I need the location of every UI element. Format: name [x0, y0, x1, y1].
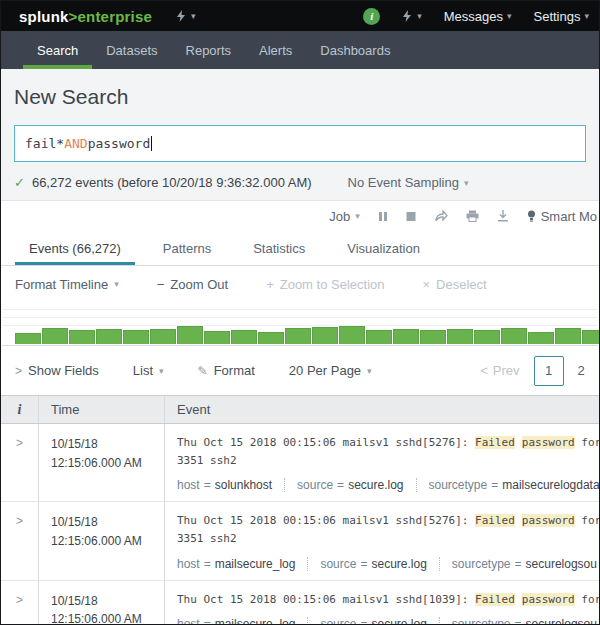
equals-sign: = — [360, 557, 367, 571]
event-sampling-menu[interactable]: No Event Sampling ▾ — [348, 175, 469, 190]
field-value[interactable]: solunkhost — [215, 478, 272, 492]
timeline-bar[interactable] — [393, 329, 419, 344]
timeline-bar[interactable] — [285, 328, 311, 344]
field-value[interactable]: secure.log — [371, 617, 426, 625]
timeline-bar[interactable] — [582, 330, 600, 344]
event-text: for inv — [575, 514, 599, 527]
field-label: host — [177, 557, 200, 571]
expand-chevron-icon[interactable]: > — [16, 514, 23, 528]
field-value[interactable]: mailsecure_log — [215, 557, 296, 571]
tab-statistics[interactable]: Statistics — [239, 231, 319, 265]
field-value[interactable]: securelogsou — [526, 617, 597, 625]
stop-button[interactable] — [406, 211, 416, 222]
activity-menu[interactable]: ▾ — [176, 10, 196, 22]
tab-label: Events (66,272) — [29, 241, 121, 256]
nav-label: Alerts — [259, 43, 292, 58]
timeline-bar[interactable] — [528, 332, 554, 344]
timeline-bar[interactable] — [150, 329, 176, 344]
nav-item-dashboards[interactable]: Dashboards — [306, 31, 404, 69]
timeline-bar[interactable] — [177, 326, 203, 344]
tab-events[interactable]: Events (66,272) — [15, 231, 135, 265]
expand-chevron-icon[interactable]: > — [16, 593, 23, 607]
logo-enterprise-text: enterprise — [78, 8, 153, 25]
pause-button[interactable] — [378, 211, 388, 222]
caret-down-icon: ▾ — [191, 11, 196, 21]
activity-button[interactable]: ▾ — [402, 10, 422, 22]
field-host: host=mailsecure_log — [177, 557, 295, 571]
timeline-bar[interactable] — [312, 327, 338, 344]
timeline-bar[interactable] — [42, 328, 68, 344]
timeline-bar[interactable] — [339, 326, 365, 344]
field-value[interactable]: securelogsou — [526, 557, 597, 571]
search-mode-menu[interactable]: Smart Mo — [527, 209, 597, 224]
event-time: 10/15/18 12:15:06.000 AM — [39, 424, 165, 501]
field-value[interactable]: secure.log — [348, 478, 403, 492]
caret-down-icon: ▾ — [367, 366, 372, 376]
tab-patterns[interactable]: Patterns — [149, 231, 225, 265]
event-raw-text: 3351 ssh2 — [177, 530, 599, 548]
field-value[interactable]: mailsecurelogdata — [502, 478, 599, 492]
help-button[interactable]: i — [363, 8, 380, 25]
timeline-bar[interactable] — [366, 330, 392, 344]
timeline-bar[interactable] — [501, 328, 527, 344]
timeline-bar[interactable] — [231, 330, 257, 344]
splunk-logo[interactable]: splunk>enterprise — [19, 8, 152, 25]
event-date: 10/15/18 — [51, 513, 164, 532]
nav-label: Dashboards — [320, 43, 390, 58]
caret-down-icon: ▾ — [584, 11, 589, 21]
timeline-bar[interactable] — [420, 330, 446, 344]
field-source: source=secure.log — [284, 478, 403, 492]
format-timeline-menu[interactable]: Format Timeline ▾ — [15, 277, 119, 292]
timeline-bar[interactable] — [258, 332, 284, 344]
share-button[interactable] — [434, 210, 448, 222]
text-cursor — [151, 136, 152, 151]
field-value[interactable]: mailsecure_log — [215, 617, 296, 625]
event-cell: Thu Oct 15 2018 00:15:06 mailsv1 sshd[52… — [165, 424, 599, 501]
nav-item-search[interactable]: Search — [23, 31, 92, 69]
timeline-bar[interactable] — [123, 330, 149, 344]
event-text: Thu Oct 15 2018 00:15:06 mailsv1 sshd[52… — [177, 436, 475, 449]
caret-down-icon: ▾ — [464, 178, 469, 188]
timeline-bar[interactable] — [69, 330, 95, 344]
messages-menu[interactable]: Messages ▾ — [444, 9, 512, 24]
event-cell: Thu Oct 15 2018 00:15:06 mailsv1 sshd[52… — [165, 502, 599, 579]
field-value[interactable]: secure.log — [371, 557, 426, 571]
highlight-term: Failed — [475, 593, 515, 606]
highlight-term: Failed — [475, 436, 515, 449]
page-1-button[interactable]: 1 — [534, 356, 564, 386]
tab-label: Statistics — [253, 241, 305, 256]
field-label: source — [320, 557, 356, 571]
logo-gt-text: > — [69, 8, 78, 25]
timeline-bar[interactable] — [474, 330, 500, 344]
timeline-bar[interactable] — [447, 329, 473, 344]
page-2-button[interactable]: 2 — [578, 363, 585, 378]
print-button[interactable] — [466, 210, 479, 222]
job-menu[interactable]: Job ▾ — [329, 209, 360, 224]
timeline-bar[interactable] — [96, 329, 122, 344]
timeline-controls: Format Timeline ▾ − Zoom Out + Zoom to S… — [1, 266, 599, 302]
nav-item-datasets[interactable]: Datasets — [92, 31, 171, 69]
per-page-label: 20 Per Page — [289, 363, 361, 378]
nav-item-alerts[interactable]: Alerts — [245, 31, 306, 69]
zoom-out-button[interactable]: − Zoom Out — [157, 277, 228, 292]
export-button[interactable] — [497, 210, 509, 222]
expand-chevron-icon[interactable]: > — [16, 436, 23, 450]
timeline-bar[interactable] — [204, 331, 230, 344]
timeline-bar[interactable] — [555, 328, 581, 344]
format-button[interactable]: ✎ Format — [198, 363, 255, 378]
event-clock: 12:15:06.000 AM — [51, 610, 164, 625]
list-format-menu[interactable]: List ▾ — [133, 363, 164, 378]
event-fields: host=mailsecure_log source=secure.log so… — [177, 617, 599, 625]
splunk-window: splunk>enterprise ▾ i ▾ Messages ▾ Setti… — [0, 0, 600, 625]
nav-item-reports[interactable]: Reports — [172, 31, 246, 69]
timeline-bar[interactable] — [15, 333, 41, 344]
stop-icon — [406, 211, 416, 222]
per-page-menu[interactable]: 20 Per Page ▾ — [289, 363, 372, 378]
cross-icon: × — [423, 277, 431, 292]
search-input[interactable]: fail* AND password — [14, 125, 586, 162]
tab-label: Patterns — [163, 241, 211, 256]
header-event: Event — [165, 402, 599, 417]
tab-visualization[interactable]: Visualization — [333, 231, 434, 265]
show-fields-button[interactable]: > Show Fields — [15, 363, 99, 378]
settings-menu[interactable]: Settings ▾ — [533, 9, 589, 24]
